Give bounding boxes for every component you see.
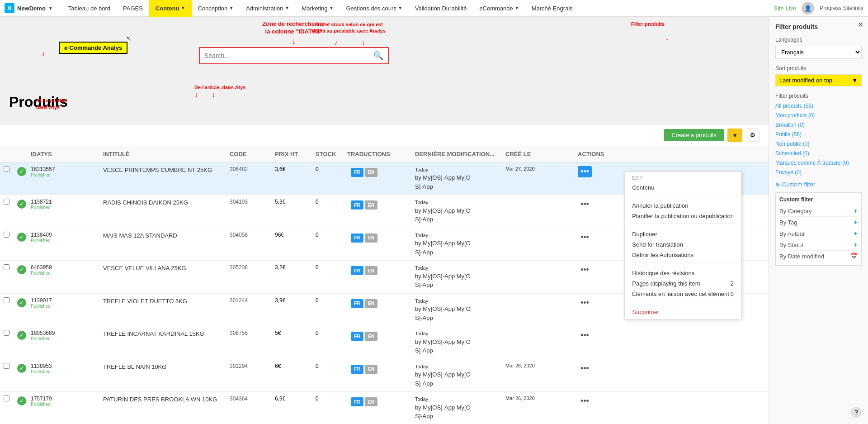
context-menu-dupliquer[interactable]: Dupliquer [628,229,737,239]
filter-mon[interactable]: Mon produits (0) [775,111,862,119]
context-menu-pages[interactable]: Pages displaying this item 2 [628,278,737,289]
row-modified-4: Todayby My[OS]-App My[OS]-App [411,262,502,291]
lang-en-6[interactable]: EN [365,332,377,341]
search-input[interactable] [204,52,373,59]
sort-dropdown[interactable]: Last modified on top ▼ [775,74,862,86]
lang-en-7[interactable]: EN [365,365,377,374]
lang-fr-2[interactable]: FR [351,200,363,210]
lang-fr-8[interactable]: FR [351,397,363,406]
context-menu-contenu[interactable]: Contenu [628,182,737,193]
row-checkbox-3[interactable] [0,230,14,241]
filter-button[interactable]: ▼ [727,129,742,142]
row-checkbox-5[interactable] [0,295,14,306]
logo-dropdown-icon[interactable]: ▼ [48,6,53,11]
actions-menu-button-5[interactable]: ••• [578,297,592,309]
header-created[interactable]: CRÉÉ LE [502,149,574,159]
close-panel-button[interactable]: ✕ [858,20,863,29]
nav-item-conception[interactable]: Conception ▼ [192,0,240,17]
row-title-1[interactable]: VESCE PRINTEMPS CUMBRE NT 25KG [99,164,226,176]
row-title-6[interactable]: TREFLE INCARNAT KARDINAL 15KG [99,328,226,340]
filter-brouillon[interactable]: Brouillon (0) [775,121,862,129]
add-auteur-button[interactable]: + [854,230,858,237]
lang-en-4[interactable]: EN [365,266,377,275]
header-prix[interactable]: PRIX HT [271,149,312,159]
row-checkbox-8[interactable] [0,394,14,405]
filter-envoye[interactable]: Envoyé (0) [775,168,862,176]
lang-fr-1[interactable]: FR [351,168,363,177]
nav-item-tableau[interactable]: Tableau de bord [62,0,117,17]
user-avatar[interactable]: 👤 [802,2,814,14]
filter-non-publie[interactable]: Non publié (0) [775,140,862,148]
actions-menu-button-4[interactable]: ••• [578,264,592,276]
row-checkbox-1[interactable] [0,164,14,175]
lang-fr-3[interactable]: FR [351,233,363,243]
help-button[interactable]: ? [851,407,862,418]
lang-fr-7[interactable]: FR [351,365,363,374]
context-menu-autorisations[interactable]: Définir les Autorisations [628,250,737,260]
row-title-5[interactable]: TREFLE VIOLET DUETTO 5KG [99,295,226,307]
header-idatys[interactable]: IDATYS [27,149,99,159]
add-date-button[interactable]: 📅 [850,252,858,260]
context-menu-annuler[interactable]: Annuler la publication [628,200,737,211]
actions-menu-button-6[interactable]: ••• [578,330,592,341]
filter-marques[interactable]: Marqués comme À traduire (0) [775,159,862,167]
nav-item-marche[interactable]: Marché Engrais [525,0,579,17]
lang-en-1[interactable]: EN [365,168,377,177]
custom-filter-link[interactable]: ⊕ Custom filter [775,181,862,188]
add-category-button[interactable]: + [854,207,858,214]
language-select[interactable]: Français English [775,46,862,59]
add-tag-button[interactable]: + [854,219,858,226]
context-menu-supprimer[interactable]: Supprimer [628,307,737,317]
row-title-3[interactable]: MAIS MAS 12A STANDARD [99,230,226,242]
header-modified[interactable]: DERNIÈRE MODIFICATION... [411,149,502,159]
row-created-6 [502,328,574,332]
settings-button[interactable]: ⚙ [746,129,760,142]
filter-scheduled[interactable]: Scheduled (0) [775,149,862,157]
context-menu-send-translation[interactable]: Send for translation [628,239,737,250]
row-title-2[interactable]: RADIS CHINOIS DAIKON 25KG [99,197,226,209]
nav-item-gestions[interactable]: Gestions des cours ▼ [340,0,409,17]
header-intitule[interactable]: INTITULÉ [99,149,226,159]
sort-value: Last modified on top [779,77,832,84]
header-stock[interactable]: STOCK [312,149,344,159]
context-menu-planifier[interactable]: Planifier la publication ou dépublicatio… [628,211,737,221]
actions-menu-button-3[interactable]: ••• [578,232,592,243]
nav-item-marketing[interactable]: Marketing ▼ [296,0,340,17]
lang-en-5[interactable]: EN [365,299,377,308]
add-statut-button[interactable]: + [854,241,858,248]
context-menu-elements[interactable]: Éléments en liaison avec cet élément 0 [628,289,737,299]
row-checkbox-4[interactable] [0,262,14,273]
lang-fr-5[interactable]: FR [351,299,363,308]
row-checkbox-2[interactable] [0,197,14,208]
row-checkbox-7[interactable] [0,361,14,372]
published-icon-5: ✓ [17,298,26,307]
nav-item-ecommande[interactable]: eCommande ▼ [473,0,525,17]
row-title-8[interactable]: PATURIN DES PRES BROOKLA WN 10KG [99,394,226,405]
lang-fr-4[interactable]: FR [351,266,363,275]
context-menu-historique[interactable]: Historique des révisions [628,268,737,278]
filter-all[interactable]: All produits (56) [775,102,862,110]
actions-menu-button-1[interactable]: ••• [578,166,592,177]
row-id-1: 16313557 Published [27,164,99,179]
create-produits-button[interactable]: Create a produits [664,129,724,141]
row-title-7[interactable]: TREFLE BL NAIN 10KG [99,361,226,373]
nav-item-contenu[interactable]: Contenu ▼ [149,0,192,17]
nav-item-administration[interactable]: Administration ▼ [240,0,295,17]
header-traductions[interactable]: TRADUCTIONS [344,149,411,159]
row-checkbox-6[interactable] [0,328,14,339]
row-title-4[interactable]: VESCE VELUE VILLANA 25KG [99,262,226,274]
nav-item-pages[interactable]: PAGES [117,0,149,17]
lang-fr-6[interactable]: FR [351,332,363,341]
filter-publie[interactable]: Publié (56) [775,130,862,138]
header-code[interactable]: CODE [226,149,271,159]
actions-menu-button-7[interactable]: ••• [578,363,592,374]
actions-menu-button-8[interactable]: ••• [578,395,592,407]
actions-menu-button-2[interactable]: ••• [578,199,592,210]
lang-en-2[interactable]: EN [365,200,377,210]
lang-en-8[interactable]: EN [365,397,377,406]
search-icon[interactable]: 🔍 [373,51,383,61]
site-live-link[interactable]: Site Live [774,5,796,12]
nav-item-validation[interactable]: Validation Durabilité [409,0,473,17]
app-logo[interactable]: N NewDemo ▼ [5,3,53,13]
lang-en-3[interactable]: EN [365,233,377,243]
